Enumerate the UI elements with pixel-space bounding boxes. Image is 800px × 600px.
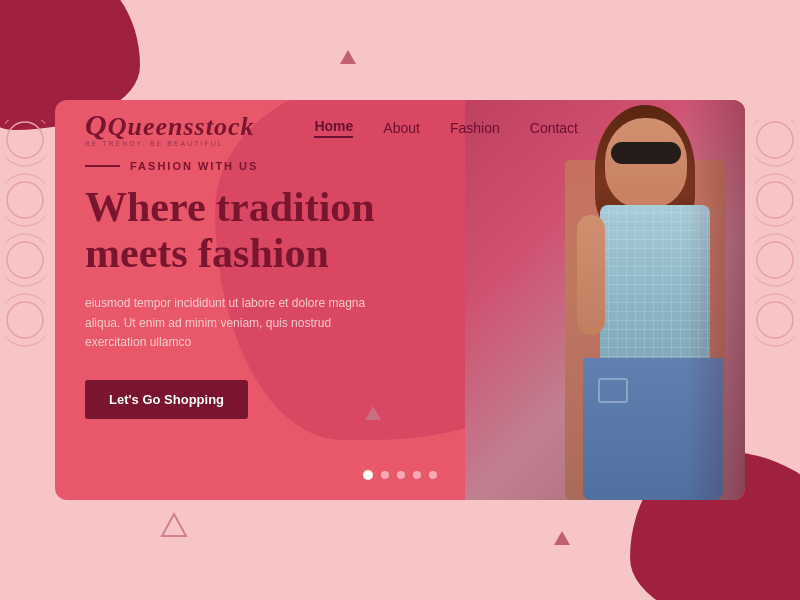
main-card: QQueensstock BE TRENDY. BE BEAUTIFUL Hom… [55, 100, 745, 500]
nav-link-home[interactable]: Home [314, 118, 353, 138]
svg-point-9 [755, 120, 795, 166]
svg-marker-16 [162, 514, 186, 536]
wave-lines-left [5, 120, 45, 380]
navbar: QQueensstock BE TRENDY. BE BEAUTIFUL Hom… [55, 100, 745, 155]
logo: QQueensstock BE TRENDY. BE BEAUTIFUL [85, 108, 254, 147]
pagination-dot-2[interactable] [381, 471, 389, 479]
pagination-dot-3[interactable] [397, 471, 405, 479]
svg-point-8 [757, 122, 793, 158]
pagination-dot-1[interactable] [363, 470, 373, 480]
hero-title-line2: meets fashion [85, 230, 329, 276]
cta-button[interactable]: Let's Go Shopping [85, 380, 248, 419]
nav-link-contact[interactable]: Contact [530, 120, 578, 136]
pagination [363, 470, 437, 480]
svg-point-4 [7, 242, 43, 278]
shadow-overlay [685, 100, 745, 500]
model-arm [577, 215, 605, 335]
svg-point-10 [757, 182, 793, 218]
fashion-label: FASHION WITH US [85, 160, 465, 172]
svg-point-2 [7, 182, 43, 218]
triangle-top [340, 50, 356, 64]
model-photo [465, 100, 745, 500]
logo-q: Q [85, 108, 108, 141]
hero-title: Where tradition meets fashion [85, 184, 465, 276]
logo-text: QQueensstock [85, 108, 254, 142]
fashion-text: FASHION WITH US [130, 160, 258, 172]
logo-subtitle: BE TRENDY. BE BEAUTIFUL [85, 140, 254, 147]
triangle-bottom-left-outline [160, 512, 188, 538]
pagination-dot-4[interactable] [413, 471, 421, 479]
pagination-dot-5[interactable] [429, 471, 437, 479]
nav-link-fashion[interactable]: Fashion [450, 120, 500, 136]
svg-point-0 [7, 122, 43, 158]
hero-title-line1: Where tradition [85, 184, 375, 230]
hero-content: FASHION WITH US Where tradition meets fa… [85, 160, 465, 419]
nav-links: Home About Fashion Contact [314, 118, 578, 138]
svg-point-14 [757, 302, 793, 338]
hero-description: eiusmod tempor incididunt ut labore et d… [85, 294, 385, 352]
fashion-line [85, 165, 120, 167]
svg-point-6 [7, 302, 43, 338]
wave-lines-right [755, 120, 795, 380]
svg-point-1 [5, 120, 45, 166]
nav-link-about[interactable]: About [383, 120, 420, 136]
pocket [598, 378, 628, 403]
svg-point-12 [757, 242, 793, 278]
triangle-bottom-right [554, 531, 570, 545]
model-composite [465, 100, 745, 500]
